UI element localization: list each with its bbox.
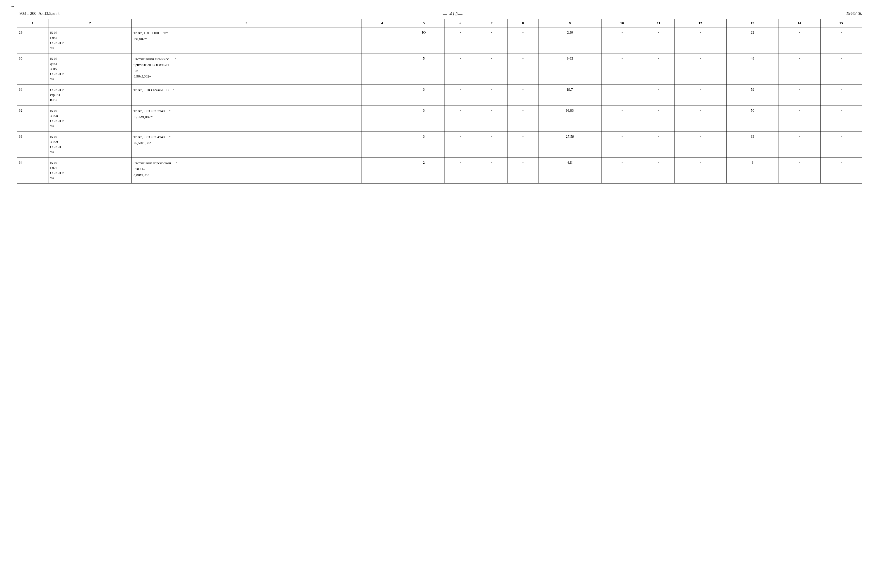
col-header-4: 4 (361, 19, 403, 27)
table-row: 33I5-07 3-099 ССРСЦ т.4То же, ЛСО 02-4х4… (17, 132, 862, 158)
row-description: То же, ЛСО 02-4х40"25,50хI,082 (132, 132, 362, 158)
row-col4 (361, 27, 403, 53)
row-col5: 3 (403, 105, 444, 132)
row-col10: - (601, 27, 643, 53)
row-description: Светильники люминес- центные ЛПО 03х40/Н… (132, 53, 362, 84)
row-col9: I9,7 (538, 84, 601, 105)
row-number: 29 (17, 27, 48, 53)
row-code: I5-07 I-02I ССРСЦ У т.4 (48, 158, 132, 183)
row-col5: 5 (403, 53, 444, 84)
row-col6: - (445, 158, 476, 183)
row-code: I5-07 доп.I 3-II5 ССРСЦ У т.4 (48, 53, 132, 84)
col-header-8: 8 (507, 19, 538, 27)
row-col7: - (476, 158, 507, 183)
col-header-5: 5 (403, 19, 444, 27)
row-col5: IO (403, 27, 444, 53)
row-description: То же, ЛСО 02-2х40"I5,55хI,082= (132, 105, 362, 132)
table-row: 30I5-07 доп.I 3-II5 ССРСЦ У т.4Светильни… (17, 53, 862, 84)
row-description: То же, ЛПО I2х40/Б-I3" (132, 84, 362, 105)
row-number: 30 (17, 53, 48, 84)
row-code: I5-07 3-098 ССРСЦ У т.4 (48, 105, 132, 132)
col-header-1: 1 (17, 19, 48, 27)
row-col13: 22 (726, 27, 778, 53)
row-code: I5-07 3-099 ССРСЦ т.4 (48, 132, 132, 158)
row-col15: - (820, 105, 862, 132)
table-row: 34I5-07 I-02I ССРСЦ У т.4Светильник пере… (17, 158, 862, 183)
row-col11: - (643, 53, 674, 84)
row-col14: - (778, 132, 820, 158)
row-col11: - (643, 27, 674, 53)
col-header-15: 15 (820, 19, 862, 27)
row-col8: - (507, 132, 538, 158)
row-col7: - (476, 105, 507, 132)
row-col15: - (820, 84, 862, 105)
row-col4 (361, 53, 403, 84)
row-col14: - (778, 27, 820, 53)
row-col15: - (820, 53, 862, 84)
row-col12: - (674, 53, 726, 84)
row-col13: 50 (726, 105, 778, 132)
row-col7: - (476, 84, 507, 105)
row-col12: - (674, 158, 726, 183)
row-col14: - (778, 158, 820, 183)
main-table: 1 2 3 4 5 6 7 8 9 10 11 12 13 14 15 29I5… (17, 19, 862, 183)
corner-mark: Г (11, 6, 14, 12)
row-col8: - (507, 158, 538, 183)
row-number: 32 (17, 105, 48, 132)
row-col12: - (674, 84, 726, 105)
row-description: То же, ПЛ-II-I00шт.2хI,082= (132, 27, 362, 53)
row-number: 3I (17, 84, 48, 105)
row-col9: 4,II (538, 158, 601, 183)
row-col5: 3 (403, 84, 444, 105)
col-header-6: 6 (445, 19, 476, 27)
header-center: — 413— (443, 11, 463, 17)
header-left: 903-I-200. Ал.I3.5,кн.4 (20, 11, 60, 16)
col-header-14: 14 (778, 19, 820, 27)
page-header: 903-I-200. Ал.I3.5,кн.4 — 413— 19463-30 (17, 11, 862, 17)
col-header-9: 9 (538, 19, 601, 27)
row-col7: - (476, 132, 507, 158)
row-col10: — (601, 84, 643, 105)
col-header-3: 3 (132, 19, 362, 27)
header-right: 19463-30 (846, 11, 862, 16)
row-col15: - (820, 158, 862, 183)
row-number: 33 (17, 132, 48, 158)
row-col9: I6,83 (538, 105, 601, 132)
table-row: 32I5-07 3-098 ССРСЦ У т.4То же, ЛСО 02-2… (17, 105, 862, 132)
table-row: 3IССРСЦ У стр.I84 п.I55То же, ЛПО I2х40/… (17, 84, 862, 105)
row-col5: 3 (403, 132, 444, 158)
row-col6: - (445, 27, 476, 53)
row-code: I5-07 I-057 ССРСЦ У т.4 (48, 27, 132, 53)
row-col13: 8 (726, 158, 778, 183)
table-row: 29I5-07 I-057 ССРСЦ У т.4То же, ПЛ-II-I0… (17, 27, 862, 53)
row-number: 34 (17, 158, 48, 183)
row-col15: - (820, 132, 862, 158)
row-description: Светильник переносной РВО-42"3,80хI,082 (132, 158, 362, 183)
row-col4 (361, 132, 403, 158)
row-col10: - (601, 105, 643, 132)
row-col9: 27,59 (538, 132, 601, 158)
row-col10: - (601, 53, 643, 84)
row-col14: - (778, 53, 820, 84)
row-col8: - (507, 53, 538, 84)
row-col12: - (674, 27, 726, 53)
row-col9: 2,I6 (538, 27, 601, 53)
col-header-2: 2 (48, 19, 132, 27)
col-header-11: 11 (643, 19, 674, 27)
row-col10: - (601, 132, 643, 158)
row-col6: - (445, 53, 476, 84)
row-col10: - (601, 158, 643, 183)
row-col11: - (643, 105, 674, 132)
col-header-12: 12 (674, 19, 726, 27)
row-col9: 9,63 (538, 53, 601, 84)
row-col13: 48 (726, 53, 778, 84)
col-header-10: 10 (601, 19, 643, 27)
row-col14: - (778, 84, 820, 105)
row-code: ССРСЦ У стр.I84 п.I55 (48, 84, 132, 105)
row-col8: - (507, 84, 538, 105)
row-col6: - (445, 105, 476, 132)
row-col15: - (820, 27, 862, 53)
row-col4 (361, 105, 403, 132)
row-col6: - (445, 84, 476, 105)
header-row: 1 2 3 4 5 6 7 8 9 10 11 12 13 14 15 (17, 19, 862, 27)
